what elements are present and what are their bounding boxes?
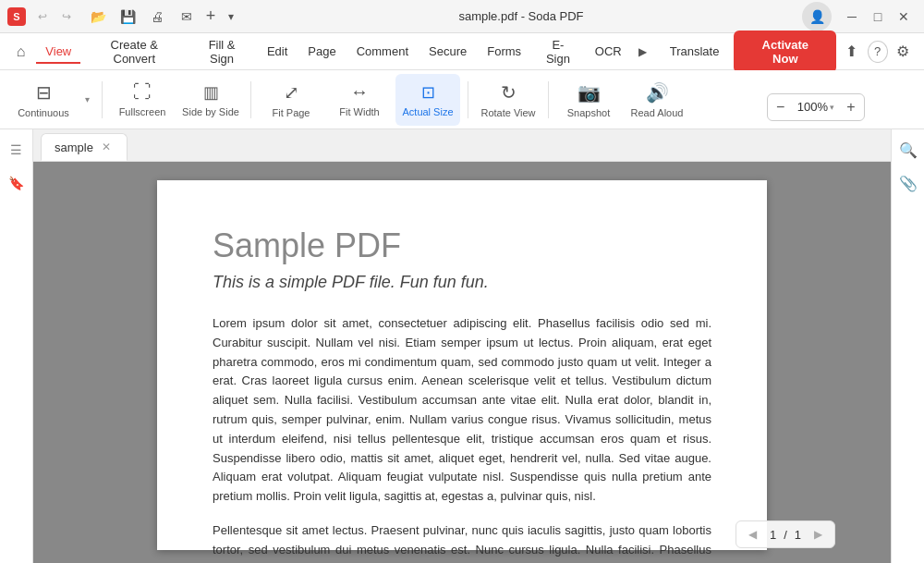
pdf-title: Sample PDF [213,226,711,265]
content-area: Sample PDF This is a simple PDF file. Fu… [33,162,891,563]
read-aloud-label: Read Aloud [631,107,684,118]
menu-esign[interactable]: E-Sign [532,32,584,71]
menu-fill-sign[interactable]: Fill & Sign [188,32,256,71]
redo-button[interactable]: ↪ [55,6,78,28]
continuous-icon: ⊟ [36,81,52,104]
continuous-dropdown[interactable]: ▾ [79,74,94,126]
email-button[interactable]: ✉ [174,4,200,30]
zoom-level-display[interactable]: 100% ▾ [794,100,838,114]
attachments-button[interactable]: 📎 [895,170,921,196]
tab-close-button[interactable]: ✕ [99,140,114,154]
zoom-in-button[interactable]: + [838,94,864,120]
pdf-body: Lorem ipsum dolor sit amet, consectetuer… [213,314,711,563]
zoom-dropdown-icon: ▾ [830,103,834,112]
add-tab-button[interactable]: + [200,6,222,28]
history-buttons: ↩ ↪ [31,6,78,28]
tool-actual-size[interactable]: ⊡ Actual Size [395,74,460,126]
translate-button[interactable]: Translate [657,39,733,64]
toolbar-separator-2 [250,81,251,118]
side-by-side-icon: ▥ [203,82,219,103]
fullscreen-icon: ⛶ [133,81,152,103]
main-area: ☰ 🔖 sample ✕ Sample PDF This is a simple… [0,129,924,563]
file-ops: 📂 💾 🖨 ✉ [85,4,200,30]
zoom-percentage: 100% [797,100,828,114]
minimize-button[interactable]: ─ [839,4,865,30]
tool-read-aloud[interactable]: 🔊 Read Aloud [625,74,689,126]
toolbar-separator-3 [468,81,468,118]
title-bar: S ↩ ↪ 📂 💾 🖨 ✉ + ▾ sample.pdf - Soda PDF … [0,0,924,33]
menu-create-convert[interactable]: Create & Convert [82,32,186,71]
close-button[interactable]: ✕ [891,4,917,30]
app-icon: S [7,7,26,26]
actual-size-icon: ⊡ [421,82,435,103]
fit-page-label: Fit Page [273,107,310,118]
actual-size-label: Actual Size [402,106,453,117]
fullscreen-label: Fullscreen [119,106,166,117]
tool-side-by-side[interactable]: ▥ Side by Side [178,74,243,126]
menu-ocr[interactable]: OCR [586,39,631,64]
tool-fit-page[interactable]: ⤢ Fit Page [259,74,323,126]
snapshot-label: Snapshot [567,107,610,118]
page-separator: / [784,528,787,542]
menu-view[interactable]: View [36,39,80,64]
menu-page[interactable]: Page [298,39,345,64]
total-pages: 1 [795,528,801,542]
toolbar-separator-4 [548,81,549,118]
page-navigation: ◀ 1 / 1 ▶ [736,520,835,548]
next-page-button[interactable]: ▶ [808,525,827,544]
tab-label: sample [55,141,93,154]
tool-fullscreen[interactable]: ⛶ Fullscreen [110,74,175,126]
more-options-button[interactable]: ▾ [222,6,240,28]
share-button[interactable]: ⬆ [838,37,865,67]
tool-rotate-view[interactable]: ↻ Rotate View [476,74,541,126]
current-page: 1 [770,528,776,542]
user-account-button[interactable]: 👤 [802,2,832,31]
rotate-view-label: Rotate View [480,107,535,118]
print-button[interactable]: 🖨 [144,4,170,30]
read-aloud-icon: 🔊 [646,81,669,104]
save-button[interactable]: 💾 [115,4,140,30]
thumbnails-button[interactable]: ☰ [4,137,30,163]
menu-edit[interactable]: Edit [258,39,297,64]
pdf-paragraph-2: Pellentesque sit amet lectus. Praesent p… [213,521,711,563]
tool-snapshot[interactable]: 📷 Snapshot [556,74,621,126]
menu-comment[interactable]: Comment [347,39,418,64]
search-button[interactable]: 🔍 [895,137,921,163]
rotate-view-icon: ↻ [501,81,517,104]
menu-secure[interactable]: Secure [419,39,476,64]
pdf-subtitle: This is a simple PDF file. Fun fun fun. [213,273,711,292]
side-by-side-label: Side by Side [182,106,239,117]
menu-more-button[interactable]: ▶ [633,39,653,65]
tabs-bar: sample ✕ [33,129,891,162]
open-button[interactable]: 📂 [85,4,111,30]
pdf-scroll-area[interactable]: Sample PDF This is a simple PDF file. Fu… [33,162,891,563]
content-wrapper: sample ✕ Sample PDF This is a simple PDF… [33,129,891,563]
tab-sample[interactable]: sample ✕ [41,133,128,161]
tool-continuous[interactable]: ⊟ Continuous [11,74,76,126]
help-button[interactable]: ? [868,41,888,63]
maximize-button[interactable]: □ [865,4,891,30]
snapshot-icon: 📷 [578,81,601,104]
left-sidebar: ☰ 🔖 [0,129,33,563]
prev-page-button[interactable]: ◀ [744,525,762,544]
menu-forms[interactable]: Forms [478,39,530,64]
continuous-label: Continuous [18,107,69,118]
tool-fit-width[interactable]: ↔ Fit Width [327,74,392,126]
activate-now-button[interactable]: Activate Now [734,31,836,73]
window-title: sample.pdf - Soda PDF [240,9,802,23]
home-button[interactable]: ⌂ [7,37,34,67]
right-sidebar: 🔍 📎 [891,129,924,563]
pdf-page: Sample PDF This is a simple PDF file. Fu… [157,180,767,550]
undo-button[interactable]: ↩ [31,6,54,28]
menu-bar: ⌂ View Create & Convert Fill & Sign Edit… [0,33,924,70]
fit-width-icon: ↔ [350,81,369,103]
fit-page-icon: ⤢ [284,81,299,104]
pdf-paragraph-1: Lorem ipsum dolor sit amet, consectetuer… [213,314,711,507]
zoom-out-button[interactable]: − [768,94,794,120]
fit-width-label: Fit Width [339,106,379,117]
toolbar: ⊟ Continuous ▾ ⛶ Fullscreen ▥ Side by Si… [0,70,924,129]
bookmarks-button[interactable]: 🔖 [4,170,30,196]
settings-button[interactable]: ⚙ [890,37,917,67]
toolbar-separator-1 [102,81,103,118]
